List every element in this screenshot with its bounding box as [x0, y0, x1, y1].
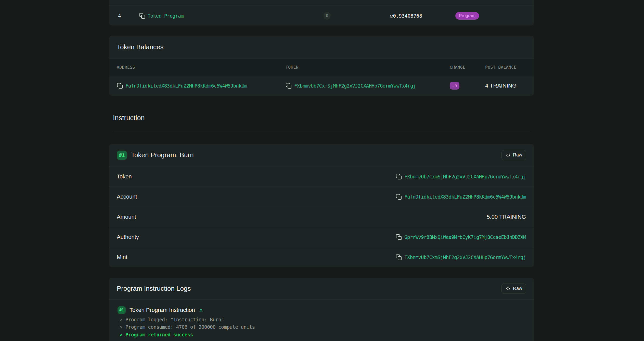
- instruction-index-badge: #1: [117, 151, 127, 160]
- copy-icon[interactable]: [396, 234, 402, 240]
- instruction-row-amount: Amount 5.00 TRAINING: [109, 207, 534, 227]
- address-link[interactable]: FXbnmvUb7CxmSjMhF2g2xVJ2CXAHHp7GormYwwTx…: [404, 254, 526, 260]
- invocations-badge: 0: [324, 12, 331, 20]
- change-badge: -5: [450, 82, 459, 90]
- program-type-badge: Program: [455, 12, 479, 20]
- copy-icon[interactable]: [139, 13, 145, 19]
- transaction-detail-page: 4 Token Program 0 ◎0.93408768 Program To…: [0, 0, 644, 341]
- row-label: Amount: [117, 214, 136, 220]
- log-line: > Program returned success: [120, 331, 526, 338]
- log-text: Program returned success: [125, 331, 193, 338]
- address-link[interactable]: FufnDfidkitedX83dkLFuZ2MhP8kKdm6c5W4W5Jb…: [404, 194, 526, 200]
- log-text: Program consumed: 4706 of 200000 compute…: [125, 323, 255, 331]
- table-row[interactable]: 4 Token Program 0 ◎0.93408768 Program: [109, 6, 534, 26]
- raw-toggle-button[interactable]: Raw: [501, 284, 526, 294]
- column-header-change: CHANGE: [450, 65, 485, 70]
- table-header-row: ADDRESS TOKEN CHANGE POST BALANCE: [109, 58, 534, 76]
- instruction-row-account: Account FufnDfidkitedX83dkLFuZ2MhP8kKdm6…: [109, 187, 534, 207]
- copy-icon[interactable]: [117, 83, 123, 89]
- copy-icon[interactable]: [396, 194, 402, 200]
- log-text: Program logged: "Instruction: Burn": [125, 316, 224, 323]
- instruction-title: Token Program: Burn: [131, 151, 194, 159]
- raw-toggle-button[interactable]: Raw: [501, 150, 526, 160]
- logs-card-header: Program Instruction Logs Raw: [109, 278, 534, 300]
- instruction-card-header: #1 Token Program: Burn Raw: [109, 144, 534, 166]
- code-icon: [506, 286, 511, 291]
- log-entry-title: Token Program Instruction: [130, 307, 195, 313]
- token-balances-header: Token Balances: [109, 36, 534, 58]
- row-label: Account: [117, 193, 137, 200]
- instruction-row-mint: Mint FXbnmvUb7CxmSjMhF2g2xVJ2CXAHHp7Gorm…: [109, 247, 534, 267]
- transactions-table-card: 4 Token Program 0 ◎0.93408768 Program: [109, 0, 534, 26]
- copy-icon[interactable]: [396, 174, 402, 180]
- row-label: Token: [117, 173, 132, 180]
- change-cell: -5: [450, 82, 485, 90]
- raw-button-label: Raw: [513, 152, 522, 158]
- instruction-section-heading: Instruction: [113, 114, 531, 131]
- token-balances-card: Token Balances ADDRESS TOKEN CHANGE POST…: [109, 36, 534, 96]
- amount-value: 5.00 TRAINING: [487, 214, 526, 220]
- address-link[interactable]: GprrWv9r8BMxQiWea9MrbCyK7ig7Mj8CcseEbJhD…: [404, 234, 526, 240]
- table-row: FufnDfidkitedX83dkLFuZ2MhP8kKdm6c5W4W5Jb…: [109, 76, 534, 95]
- row-index: 4: [118, 13, 121, 19]
- code-icon: [506, 153, 511, 158]
- log-line: > Program logged: "Instruction: Burn": [120, 316, 526, 323]
- heading-rule: [113, 131, 531, 131]
- sol-fee-value: ◎0.93408768: [390, 13, 422, 19]
- address-cell: FufnDfidkitedX83dkLFuZ2MhP8kKdm6c5W4W5Jb…: [117, 83, 286, 89]
- token-link[interactable]: FXbnmvUb7CxmSjMhF2g2xVJ2CXAHHp7GormYwwTx…: [294, 83, 416, 89]
- log-prefix: >: [120, 331, 123, 338]
- column-header-post-balance: POST BALANCE: [485, 65, 526, 70]
- row-label: Authority: [117, 234, 139, 240]
- instruction-index-badge: #1: [118, 306, 126, 314]
- instruction-card: #1 Token Program: Burn Raw Token FXbnmvU…: [109, 144, 534, 267]
- column-header-address: ADDRESS: [117, 65, 286, 70]
- log-entry-header[interactable]: #1 Token Program Instruction: [118, 306, 204, 314]
- log-prefix: >: [120, 323, 123, 331]
- section-title: Program Instruction Logs: [117, 285, 191, 293]
- raw-button-label: Raw: [513, 286, 522, 291]
- row-label: Mint: [117, 254, 127, 261]
- post-balance-value: 4 TRAINING: [485, 82, 526, 89]
- log-line: > Program consumed: 4706 of 200000 compu…: [120, 323, 526, 331]
- page-section-title: Instruction: [113, 114, 531, 122]
- column-header-token: TOKEN: [286, 65, 450, 70]
- log-prefix: >: [120, 316, 123, 323]
- copy-icon[interactable]: [286, 83, 292, 89]
- section-title: Token Balances: [117, 43, 164, 51]
- address-link[interactable]: FXbnmvUb7CxmSjMhF2g2xVJ2CXAHHp7GormYwwTx…: [404, 174, 526, 179]
- token-cell: FXbnmvUb7CxmSjMhF2g2xVJ2CXAHHp7GormYwwTx…: [286, 83, 450, 89]
- program-instruction-logs-card: Program Instruction Logs Raw #1 Token Pr…: [109, 278, 534, 341]
- copy-icon[interactable]: [396, 254, 402, 260]
- instruction-row-token: Token FXbnmvUb7CxmSjMhF2g2xVJ2CXAHHp7Gor…: [109, 166, 534, 187]
- program-link[interactable]: Token Program: [148, 13, 184, 19]
- program-cell: Token Program: [139, 13, 184, 19]
- instruction-row-authority: Authority GprrWv9r8BMxQiWea9MrbCyK7ig7Mj…: [109, 227, 534, 247]
- address-link[interactable]: FufnDfidkitedX83dkLFuZ2MhP8kKdm6c5W4W5Jb…: [125, 83, 247, 89]
- log-lines: > Program logged: "Instruction: Burn" > …: [120, 316, 526, 338]
- chevrons-up-icon[interactable]: [198, 308, 204, 313]
